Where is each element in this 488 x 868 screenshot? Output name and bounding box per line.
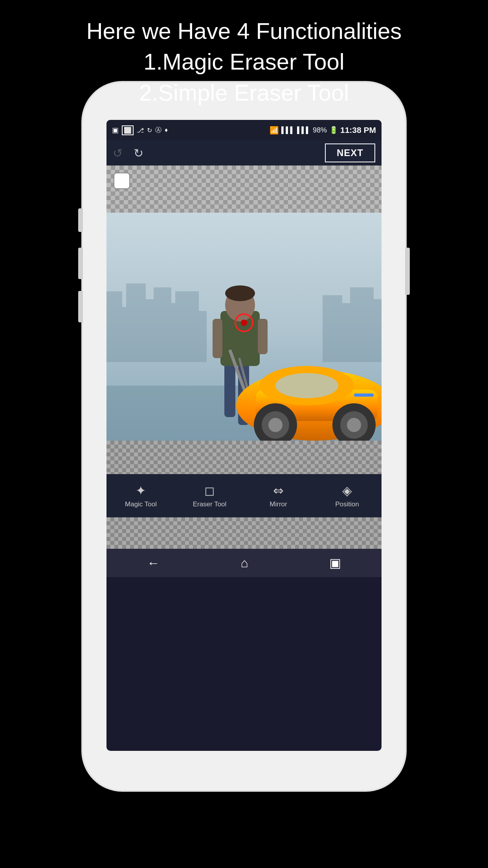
mirror-tool-icon: ⇔ [273, 483, 284, 498]
battery-icon: 🔋 [329, 126, 338, 134]
svg-rect-11 [350, 287, 374, 362]
position-tool-button[interactable]: ◈ Position [313, 483, 382, 508]
bottom-transparency-top [106, 441, 382, 474]
power-button[interactable] [405, 248, 410, 295]
volume-mute-button[interactable] [78, 208, 83, 232]
svg-point-34 [275, 373, 338, 398]
position-tool-label: Position [335, 500, 359, 508]
nav-home-button[interactable]: ⌂ [240, 556, 248, 570]
accessibility-icon: Ⓐ [155, 126, 161, 134]
signal1-icon: ▌▌▌ [281, 127, 295, 134]
navigation-bar: ← ⌂ ▣ [106, 549, 382, 577]
svg-rect-5 [154, 287, 171, 362]
svg-rect-9 [323, 295, 342, 362]
header-line2: 1.Magic Eraser Tool [143, 49, 345, 74]
volume-down-button[interactable] [78, 291, 83, 322]
wifi-icon: 📶 [270, 126, 279, 135]
background-scene [106, 213, 382, 441]
time-display: 11:38 PM [340, 125, 376, 135]
multi-window-icon: ▣ [112, 126, 119, 134]
svg-rect-7 [175, 291, 199, 362]
magic-tool-button[interactable]: ✦ Magic Tool [106, 483, 175, 508]
mirror-tool-button[interactable]: ⇔ Mirror [244, 483, 313, 508]
signal2-icon: ▌▌▌ [297, 127, 310, 134]
status-right-icons: 📶 ▌▌▌ ▌▌▌ 98% 🔋 11:38 PM [270, 125, 376, 135]
svg-rect-8 [197, 311, 207, 362]
screenshot-icon: ⬜ [122, 125, 134, 135]
svg-rect-17 [213, 319, 222, 358]
next-button[interactable]: NEXT [325, 143, 375, 162]
eraser-tool-button[interactable]: ◻ Eraser Tool [175, 483, 244, 508]
status-bar: ▣ ⬜ ⎇ ↻ Ⓐ ♦ 📶 ▌▌▌ ▌▌▌ 98% 🔋 11:38 PM [106, 120, 382, 140]
svg-point-30 [268, 418, 283, 432]
editor-toolbar: ↺ ↻ NEXT [106, 140, 382, 166]
svg-rect-12 [372, 299, 382, 362]
position-tool-icon: ◈ [342, 483, 352, 498]
mirror-tool-label: Mirror [270, 500, 287, 508]
volume-up-button[interactable] [78, 248, 83, 279]
nav-recents-button[interactable]: ▣ [329, 555, 341, 570]
top-transparency-indicator [106, 166, 382, 213]
svg-rect-14 [224, 362, 235, 417]
tools-toolbar: ✦ Magic Tool ◻ Eraser Tool ⇔ Mirror ◈ Po… [106, 474, 382, 517]
sync-icon: ↻ [147, 127, 152, 134]
header-line1: Here we Have 4 Functionalities [86, 18, 402, 44]
redo-button[interactable]: ↻ [134, 146, 143, 160]
battery-percent: 98% [313, 126, 327, 134]
nav-back-button[interactable]: ← [147, 556, 160, 570]
phone-screen: ▣ ⬜ ⎇ ↻ Ⓐ ♦ 📶 ▌▌▌ ▌▌▌ 98% 🔋 11:38 PM ↺ ↻… [106, 120, 382, 751]
usb-icon: ⎇ [137, 127, 144, 134]
android-icon: ♦ [165, 127, 168, 134]
main-canvas[interactable] [106, 213, 382, 441]
eraser-tool-label: Eraser Tool [193, 500, 227, 508]
svg-rect-3 [126, 283, 146, 362]
magic-tool-icon: ✦ [136, 483, 146, 498]
svg-point-20 [225, 285, 255, 301]
eraser-tool-icon: ◻ [204, 483, 215, 498]
svg-point-33 [347, 418, 361, 432]
magic-tool-label: Magic Tool [125, 500, 157, 508]
header-text-block: Here we Have 4 Functionalities 1.Magic E… [63, 0, 426, 120]
header-line3: 2.Simple Eraser Tool [139, 80, 349, 105]
status-left-icons: ▣ ⬜ ⎇ ↻ Ⓐ ♦ [112, 125, 168, 135]
bottom-transparency-bottom [106, 517, 382, 549]
svg-rect-35 [354, 394, 374, 397]
svg-point-24 [241, 320, 247, 326]
color-picker-button[interactable] [114, 173, 130, 189]
undo-button[interactable]: ↺ [113, 146, 123, 160]
svg-rect-18 [258, 319, 268, 354]
